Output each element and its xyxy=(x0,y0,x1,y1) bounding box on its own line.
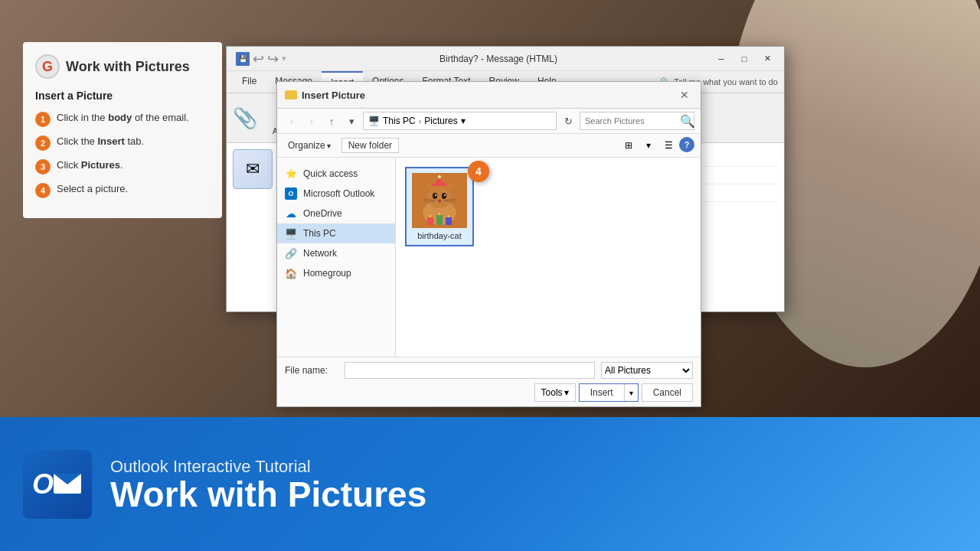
outlook-o-letter: O xyxy=(32,468,54,500)
this-pc-icon: 🖥️ xyxy=(285,227,297,240)
up-button[interactable]: ↑ xyxy=(323,112,340,129)
refresh-button[interactable]: ↻ xyxy=(560,112,577,129)
svg-rect-18 xyxy=(436,215,443,225)
path-folder: Pictures xyxy=(424,116,457,126)
nav-this-pc[interactable]: 🖥️ This PC xyxy=(277,223,395,243)
dialog-close-button[interactable]: ✕ xyxy=(676,86,693,103)
sidebar-panel: G Work with Pictures Insert a Picture 1 … xyxy=(23,42,222,218)
redo-icon[interactable]: ↪ xyxy=(267,51,279,67)
organize-chevron: ▾ xyxy=(327,142,331,150)
dialog-body: ⭐ Quick access O Microsoft Outlook ☁ One… xyxy=(277,158,701,357)
svg-rect-17 xyxy=(427,217,433,225)
search-box[interactable]: 🔍 xyxy=(580,112,694,130)
cancel-button[interactable]: Cancel xyxy=(642,383,693,402)
file-area: birthday-cat 4 xyxy=(396,158,701,357)
minimize-button[interactable]: ─ xyxy=(710,50,732,68)
g-logo: G xyxy=(35,54,60,79)
nav-homegroup[interactable]: 🏠 Homegroup xyxy=(277,263,395,283)
window-controls: ─ □ ✕ xyxy=(710,50,778,68)
network-label: Network xyxy=(303,248,337,259)
maximize-button[interactable]: □ xyxy=(733,50,755,68)
banner-subtitle: Outlook Interactive Tutorial xyxy=(110,457,426,477)
path-dropdown[interactable]: ▾ xyxy=(461,116,466,126)
view-icons: ⊞ ▾ ☰ ? xyxy=(619,137,694,154)
envelope-shape xyxy=(54,474,83,495)
network-icon: 🔗 xyxy=(285,247,297,259)
sidebar-header: G Work with Pictures xyxy=(35,54,210,79)
folder-icon xyxy=(285,90,297,99)
paperclip-icon: 📎 xyxy=(233,106,257,130)
filename-label: File name: xyxy=(285,365,338,376)
insert-dropdown-button[interactable]: ▾ xyxy=(624,384,638,401)
new-folder-button[interactable]: New folder xyxy=(341,138,399,153)
insert-button-group: Insert ▾ xyxy=(579,383,639,402)
onedrive-icon: ☁ xyxy=(285,207,297,220)
path-location: This PC xyxy=(383,116,416,126)
microsoft-outlook-icon: O xyxy=(285,187,297,200)
file-item-birthday-cat[interactable]: birthday-cat xyxy=(405,167,474,246)
dialog-footer: File name: All Pictures Tools ▾ Insert ▾ xyxy=(277,357,701,406)
step-2: 2 Click the Insert tab. xyxy=(35,135,210,151)
view-dropdown-button[interactable]: ▾ xyxy=(639,137,658,154)
save-icon[interactable]: 💾 xyxy=(236,52,250,66)
outlook-titlebar: 💾 ↩ ↪ ▾ Birthday? - Message (HTML) ─ □ ✕ xyxy=(227,47,784,71)
step4-badge: 4 xyxy=(468,161,489,182)
file-type-select[interactable]: All Pictures xyxy=(601,362,693,379)
cat-thumbnail-svg xyxy=(412,173,467,228)
nav-microsoft-outlook[interactable]: O Microsoft Outlook xyxy=(277,184,395,204)
send-button[interactable]: ✉ xyxy=(233,149,273,189)
svg-point-7 xyxy=(435,194,436,196)
nav-quick-access[interactable]: ⭐ Quick access xyxy=(277,164,395,184)
undo-icon[interactable]: ↩ xyxy=(253,51,264,67)
insert-button[interactable]: Insert xyxy=(580,384,624,401)
filename-input[interactable] xyxy=(345,362,595,379)
dialog-title: Insert Picture xyxy=(285,90,365,101)
forward-button[interactable]: › xyxy=(303,112,320,129)
view-change-button[interactable]: ⊞ xyxy=(619,137,638,154)
step-3-num: 3 xyxy=(35,159,51,174)
dialog-toolbar: Organize ▾ New folder ⊞ ▾ ☰ ? xyxy=(277,134,701,158)
banner-text: Outlook Interactive Tutorial Work with P… xyxy=(110,457,426,512)
address-bar: ‹ › ↑ ▾ 🖥️ This PC › Pictures ▾ ↻ 🔍 xyxy=(277,109,701,134)
tools-label: Tools xyxy=(541,387,563,398)
svg-point-2 xyxy=(427,187,452,208)
step-1-text: Click in the body of the email. xyxy=(57,111,189,125)
tab-file[interactable]: File xyxy=(233,71,266,93)
svg-rect-19 xyxy=(446,217,452,225)
section-title: Insert a Picture xyxy=(35,90,210,102)
dialog-titlebar: Insert Picture ✕ xyxy=(277,82,701,109)
bottom-banner: O Outlook Interactive Tutorial Work with… xyxy=(0,417,980,551)
window-title: Birthday? - Message (HTML) xyxy=(286,54,710,64)
outlook-window: 💾 ↩ ↪ ▾ Birthday? - Message (HTML) ─ □ ✕… xyxy=(226,46,785,312)
nav-network[interactable]: 🔗 Network xyxy=(277,243,395,263)
step-4-num: 4 xyxy=(35,183,51,198)
homegroup-icon: 🏠 xyxy=(285,267,297,279)
step-4: 4 Select a picture. xyxy=(35,182,210,198)
this-pc-label: This PC xyxy=(303,228,336,239)
recent-button[interactable]: ▾ xyxy=(343,112,360,129)
tools-button[interactable]: Tools ▾ xyxy=(534,383,576,402)
path-icon: 🖥️ xyxy=(368,116,380,126)
outlook-logo: O xyxy=(23,450,92,519)
nav-onedrive[interactable]: ☁ OneDrive xyxy=(277,204,395,223)
svg-point-16 xyxy=(438,175,441,178)
path-sep: › xyxy=(419,116,422,126)
step-3: 3 Click Pictures. xyxy=(35,158,210,174)
search-input[interactable] xyxy=(585,116,677,126)
step-2-num: 2 xyxy=(35,135,51,151)
close-button[interactable]: ✕ xyxy=(756,50,778,68)
nav-panel: ⭐ Quick access O Microsoft Outlook ☁ One… xyxy=(277,158,396,357)
step-2-text: Click the Insert tab. xyxy=(57,135,144,148)
ribbon-area: 📎 📎 Attach File 📋 Outlook Item Include I… xyxy=(227,93,784,143)
address-path[interactable]: 🖥️ This PC › Pictures ▾ xyxy=(363,112,557,130)
details-view-button[interactable]: ☰ xyxy=(659,137,678,154)
organize-button[interactable]: Organize ▾ xyxy=(283,139,335,152)
step-4-text: Select a picture. xyxy=(57,182,128,196)
back-button[interactable]: ‹ xyxy=(283,112,300,129)
svg-point-8 xyxy=(444,194,446,196)
quick-access-icon: ⭐ xyxy=(285,168,297,180)
onedrive-label: OneDrive xyxy=(303,208,342,219)
homegroup-label: Homegroup xyxy=(303,268,351,279)
tools-chevron: ▾ xyxy=(564,387,569,398)
help-button[interactable]: ? xyxy=(679,137,694,152)
